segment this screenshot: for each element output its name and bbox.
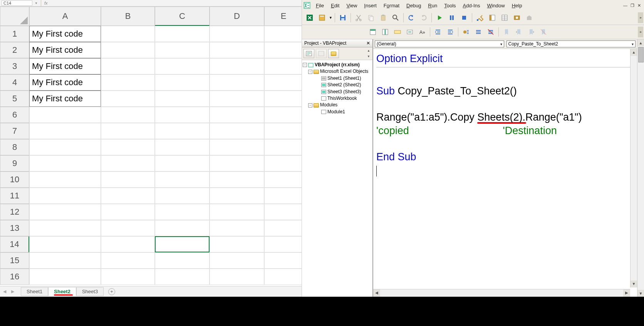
menu-run[interactable]: Run <box>425 2 440 9</box>
minimize-icon[interactable]: — <box>623 3 627 8</box>
tree-node-excel-objects[interactable]: Microsoft Excel Objects <box>320 68 368 75</box>
cell[interactable] <box>101 139 155 155</box>
column-header-B[interactable]: B <box>101 7 155 26</box>
row-header[interactable]: 6 <box>0 107 29 123</box>
cell[interactable] <box>155 26 210 42</box>
row-header[interactable]: 11 <box>0 188 29 204</box>
menu-tools[interactable]: Tools <box>441 2 459 9</box>
cell[interactable] <box>29 236 101 252</box>
procedure-dropdown[interactable]: Copy_Paste_To_Sheet2 <box>506 40 636 47</box>
cell[interactable] <box>210 171 264 188</box>
column-header-A[interactable]: A <box>29 7 101 26</box>
cell[interactable] <box>101 252 155 269</box>
active-cell-C14[interactable] <box>155 236 210 252</box>
expander-icon[interactable]: − <box>303 63 307 67</box>
cell[interactable] <box>264 42 302 58</box>
paste-icon[interactable] <box>378 12 389 23</box>
sheet-tab-sheet1[interactable]: Sheet1 <box>21 287 48 296</box>
cell[interactable] <box>210 236 264 252</box>
run-icon[interactable] <box>434 12 445 23</box>
menu-addins[interactable]: Add-Ins <box>460 2 483 9</box>
parameter-info-icon[interactable] <box>404 27 415 37</box>
cell[interactable] <box>101 42 155 58</box>
cell[interactable] <box>210 42 264 58</box>
row-header[interactable]: 3 <box>0 58 29 74</box>
bookmark-next-icon[interactable] <box>513 27 524 37</box>
restore-icon[interactable]: ❐ <box>631 3 634 8</box>
cell[interactable] <box>155 74 210 91</box>
bookmark-toggle-icon[interactable] <box>501 27 512 37</box>
menu-edit[interactable]: Edit <box>328 2 342 9</box>
cell[interactable] <box>264 58 302 74</box>
cell[interactable] <box>210 269 264 285</box>
break-icon[interactable] <box>446 12 457 23</box>
cell[interactable] <box>155 252 210 269</box>
cell[interactable] <box>29 107 101 123</box>
cell[interactable] <box>210 252 264 269</box>
list-constants-icon[interactable] <box>380 27 391 37</box>
cell[interactable] <box>264 91 302 107</box>
column-header-D[interactable]: D <box>210 7 264 26</box>
view-excel-icon[interactable] <box>304 12 315 23</box>
cell[interactable] <box>155 139 210 155</box>
cell[interactable] <box>101 220 155 236</box>
cell[interactable] <box>264 204 302 220</box>
cell[interactable] <box>29 171 101 188</box>
toolbar-overflow-icon[interactable]: » <box>638 27 643 37</box>
uncomment-block-icon[interactable] <box>485 27 496 37</box>
cell-A3[interactable]: My First code <box>29 58 101 74</box>
tree-node-module1[interactable]: Module1 <box>327 109 345 115</box>
close-pane-icon[interactable]: ✕ <box>366 40 370 46</box>
cell[interactable] <box>210 58 264 74</box>
cell[interactable] <box>101 123 155 139</box>
cell[interactable] <box>264 107 302 123</box>
cell[interactable] <box>29 252 101 269</box>
save-icon[interactable] <box>337 12 348 23</box>
row-header[interactable]: 5 <box>0 91 29 107</box>
tab-nav-arrows[interactable]: ◀ ▶ <box>3 289 16 294</box>
row-header[interactable]: 8 <box>0 139 29 155</box>
add-sheet-button[interactable]: + <box>108 288 115 295</box>
cell[interactable] <box>210 220 264 236</box>
find-icon[interactable] <box>390 12 401 23</box>
toggle-folders-icon[interactable] <box>328 49 339 58</box>
cell[interactable] <box>29 188 101 204</box>
cell[interactable] <box>101 188 155 204</box>
row-header[interactable]: 10 <box>0 171 29 188</box>
toolbar-overflow-icon[interactable]: » <box>638 12 643 23</box>
cell[interactable] <box>101 74 155 91</box>
cell[interactable] <box>210 188 264 204</box>
view-object-icon[interactable] <box>316 49 327 58</box>
cell-A5[interactable]: My First code <box>29 91 101 107</box>
cell[interactable] <box>264 155 302 171</box>
row-header[interactable]: 4 <box>0 74 29 91</box>
select-all-corner[interactable] <box>0 7 29 26</box>
redo-icon[interactable] <box>418 12 429 23</box>
project-tree[interactable]: − VBAProject (rr.xlsm) − Microsoft Excel… <box>302 60 372 297</box>
breakpoint-icon[interactable] <box>461 27 471 37</box>
cell-A1[interactable]: My First code <box>29 26 101 42</box>
undo-icon[interactable] <box>406 12 417 23</box>
design-mode-icon[interactable] <box>475 12 485 23</box>
tree-node-sheet3[interactable]: Sheet3 (Sheet3) <box>327 89 361 95</box>
cell[interactable] <box>101 155 155 171</box>
cell[interactable] <box>210 74 264 91</box>
cut-icon[interactable] <box>353 12 364 23</box>
name-box[interactable]: C14 <box>2 0 32 6</box>
cell[interactable] <box>29 220 101 236</box>
row-header[interactable]: 9 <box>0 155 29 171</box>
cell[interactable] <box>210 155 264 171</box>
cell[interactable] <box>264 139 302 155</box>
row-header[interactable]: 12 <box>0 204 29 220</box>
cell[interactable] <box>155 42 210 58</box>
copy-icon[interactable] <box>366 12 376 23</box>
view-code-icon[interactable] <box>304 49 314 58</box>
cell[interactable] <box>101 269 155 285</box>
cell-A2[interactable]: My First code <box>29 42 101 58</box>
vertical-scrollbar[interactable]: ▲▼ <box>630 49 637 287</box>
menu-debug[interactable]: Debug <box>403 2 424 9</box>
cell[interactable] <box>155 155 210 171</box>
cell[interactable] <box>155 91 210 107</box>
cell[interactable] <box>29 139 101 155</box>
indent-icon[interactable] <box>433 27 443 37</box>
